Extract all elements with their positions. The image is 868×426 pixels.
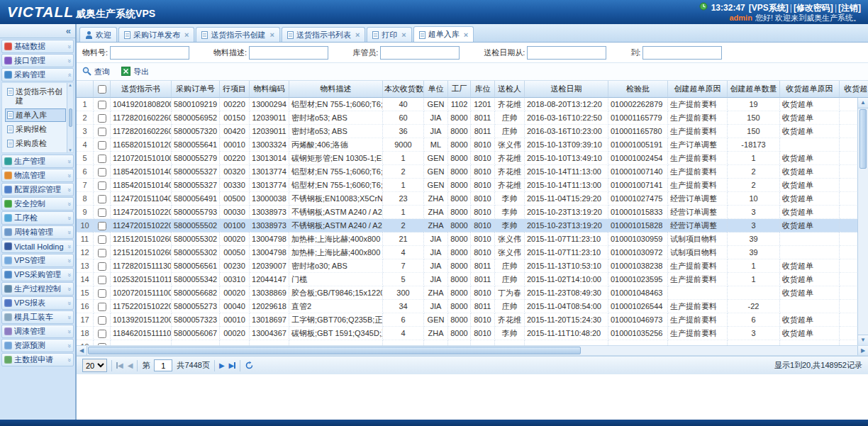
row-checkbox[interactable] [98, 249, 106, 257]
close-icon[interactable]: × [269, 30, 274, 39]
sidebar-item[interactable]: 接口管理» [1, 54, 74, 67]
table-row[interactable]: 61185420151014058000553270032013013774铝型… [77, 165, 868, 179]
tab-print[interactable]: 打印× [367, 27, 411, 42]
row-checkbox[interactable] [98, 330, 106, 338]
sidebar-item[interactable]: 主数据申请» [1, 353, 74, 366]
sidebar-item[interactable]: 模具工装车» [1, 310, 74, 324]
query-button[interactable]: 查询 [82, 67, 110, 77]
sidebar-item[interactable]: 采购管理» [1, 68, 74, 82]
scroll-left-icon[interactable]: ◀ [77, 346, 87, 355]
sidebar-item[interactable]: VPS采购管理» [1, 268, 74, 281]
sidebar-item[interactable]: 基础数据» [1, 40, 74, 53]
sidebar-item[interactable]: 调漆管理» [1, 325, 74, 338]
sidebar-subitem[interactable]: 采购质检 [5, 137, 66, 150]
table-row[interactable]: 71185420151014058000553270033013013774铝型… [77, 179, 868, 192]
column-header[interactable]: 送检人 [495, 81, 525, 98]
column-header[interactable]: 物料描述 [289, 81, 383, 98]
warehouse-keeper-input[interactable] [380, 46, 460, 60]
column-header[interactable]: 采购订单号 [172, 81, 220, 98]
column-header[interactable]: 行项目 [220, 81, 250, 98]
table-row[interactable]: 171013920151120058000573230001013018697工… [77, 313, 868, 327]
row-checkbox[interactable] [98, 141, 106, 150]
table-row[interactable]: 41165820151012058000556410001013003324丙烯… [77, 138, 868, 152]
column-header[interactable]: 送检日期 [525, 81, 608, 98]
table-row[interactable]: 101124720151022058000555020010013038973不… [77, 219, 868, 232]
table-row[interactable]: 51210720151010058000552790022013013014碳钢… [77, 152, 868, 165]
column-header[interactable]: 物料编码 [250, 81, 289, 98]
row-checkbox[interactable] [98, 276, 106, 284]
column-header[interactable]: 本次收货数 [383, 81, 424, 98]
scroll-up-icon[interactable]: ▲ [858, 98, 868, 108]
refresh-button[interactable] [245, 361, 254, 370]
scroll-down-icon[interactable]: ▼ [858, 335, 868, 345]
row-checkbox[interactable] [98, 195, 106, 203]
horizontal-scrollbar[interactable]: ◀ ▶ [77, 346, 868, 356]
close-icon[interactable]: × [464, 30, 468, 39]
tab-delivery-note-create[interactable]: 送货指示书创建× [196, 27, 279, 42]
close-icon[interactable]: × [184, 30, 189, 39]
sidebar-item[interactable]: 生产过程控制» [1, 282, 74, 296]
prev-page-button[interactable]: ◀ [128, 361, 133, 369]
table-row[interactable]: 121215120151026058000553020005013004798加… [77, 246, 868, 259]
row-checkbox[interactable] [98, 262, 106, 271]
close-icon[interactable]: × [355, 30, 360, 39]
sidebar-item[interactable]: 资源预测» [1, 339, 74, 352]
table-row[interactable]: 31172820160226058000573200042012039011密封… [77, 125, 868, 138]
row-checkbox[interactable] [98, 222, 106, 230]
page-number-input[interactable] [154, 359, 172, 371]
sidebar-item[interactable]: 配置跟踪管理» [1, 183, 74, 196]
sidebar-subitem[interactable]: 采购报检 [5, 123, 66, 136]
table-row[interactable]: 21172820160226058000569520015012039011密封… [77, 111, 868, 125]
row-checkbox[interactable] [98, 316, 106, 325]
sidebar-item[interactable]: 工序检» [1, 211, 74, 225]
table-row[interactable]: 91124720151022058000557930003013038973不锈… [77, 206, 868, 219]
tab-welcome[interactable]: 欢迎 [79, 27, 117, 42]
inspect-date-to-input[interactable] [642, 46, 722, 60]
close-icon[interactable]: × [401, 30, 406, 39]
page-size-select[interactable]: 20 [82, 359, 107, 372]
column-header[interactable]: 收货超单数量 [840, 81, 868, 98]
next-page-button[interactable]: ▶ [219, 361, 225, 369]
column-header[interactable]: 送货指示书 [111, 81, 172, 98]
column-header[interactable]: 创建超单数量 [728, 81, 780, 98]
table-row[interactable]: 81124720151104058000564910050013000038不锈… [77, 192, 868, 206]
sidebar-item[interactable]: VPS报表» [1, 296, 74, 310]
column-header[interactable]: 收货超单原因 [780, 81, 840, 98]
material-no-input[interactable] [110, 46, 189, 60]
column-header[interactable]: 检验批 [608, 81, 668, 98]
sidebar-collapse-button[interactable]: « [0, 24, 75, 38]
header-link[interactable]: [修改密码] [794, 3, 833, 13]
submenu-scrollbar[interactable]: ▲▼ [67, 83, 73, 152]
sidebar-item[interactable]: 生产管理» [1, 155, 74, 168]
sidebar-item[interactable]: 安全控制» [1, 197, 74, 211]
header-link[interactable]: [VPS系统] [749, 3, 789, 13]
sidebar-item[interactable]: VPS管理» [1, 254, 74, 267]
inspect-date-from-input[interactable] [527, 46, 606, 60]
scroll-right-icon[interactable]: ▶ [857, 346, 868, 355]
export-button[interactable]: 导出 [121, 67, 149, 77]
table-row[interactable]: 141025320151101158000553420031012044147门… [77, 273, 868, 286]
column-header[interactable]: 创建超单原因 [668, 81, 728, 98]
column-header[interactable]: 工厂 [448, 81, 471, 98]
select-all-checkbox[interactable] [98, 85, 106, 94]
column-header[interactable]: 库位 [471, 81, 495, 98]
vertical-scroll-thumb[interactable] [859, 109, 867, 169]
header-link[interactable]: [注销] [838, 3, 861, 13]
table-row[interactable]: 151020720151110058000566820002013038869胶… [77, 286, 868, 300]
row-checkbox[interactable] [98, 303, 106, 311]
row-checkbox[interactable] [98, 208, 106, 217]
table-row[interactable]: 11041920180820058001092190022013000294铝型… [77, 98, 868, 111]
row-checkbox[interactable] [98, 101, 106, 109]
table-row-partial[interactable]: 19 [77, 340, 868, 346]
sidebar-item[interactable]: Victall Holding» [1, 240, 74, 253]
row-checkbox[interactable] [98, 289, 106, 298]
table-row[interactable]: 181184620151111058000560670002013004367碳… [77, 327, 868, 340]
row-checkbox[interactable] [98, 168, 106, 176]
last-page-button[interactable]: ▶ [229, 361, 236, 369]
tab-delivery-note-list[interactable]: 送货指示书列表× [282, 27, 365, 42]
tab-purchase-order-publish[interactable]: 采购订单发布× [118, 27, 194, 42]
row-checkbox[interactable] [98, 235, 106, 244]
material-desc-input[interactable] [249, 46, 328, 60]
column-header[interactable]: 单位 [424, 81, 448, 98]
vertical-scrollbar[interactable]: ▲ ▼ [857, 98, 868, 345]
